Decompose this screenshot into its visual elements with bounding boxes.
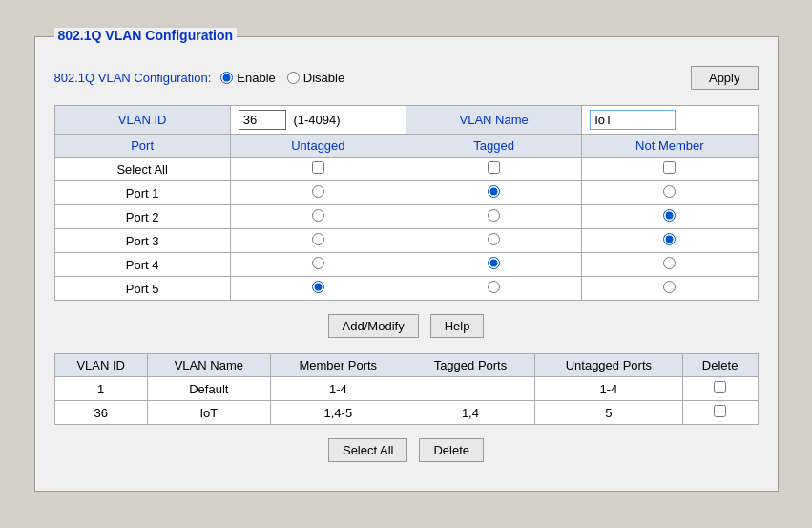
port-2-tagged <box>406 205 582 229</box>
untagged-header: Untagged <box>230 135 406 158</box>
port-3-not-member-radio[interactable] <box>663 233 676 245</box>
port-5-untagged-radio[interactable] <box>312 281 324 293</box>
port-5-tagged <box>406 277 582 301</box>
port-4-untagged-radio[interactable] <box>312 257 324 269</box>
port-3-tagged-radio[interactable] <box>488 233 500 245</box>
enable-disable-group: Enable Disable <box>220 71 344 85</box>
apply-button[interactable]: Apply <box>691 66 759 90</box>
port-5-row: Port 5 <box>54 277 758 301</box>
port-4-not-member-radio[interactable] <box>663 257 676 269</box>
disable-option[interactable]: Disable <box>287 71 344 85</box>
port-3-untagged-radio[interactable] <box>312 233 324 245</box>
port-1-untagged-radio[interactable] <box>312 185 324 198</box>
config-row: 802.1Q VLAN Configuration: Enable Disabl… <box>54 66 759 90</box>
row1-member-ports: 1-4 <box>270 377 406 401</box>
select-all-row: Select All <box>54 158 758 181</box>
row1-delete <box>682 377 758 401</box>
select-all-tagged <box>406 158 582 181</box>
bottom-buttons-row: Select All Delete <box>54 438 759 462</box>
port-4-label: Port 4 <box>54 253 230 277</box>
port-1-not-member-radio[interactable] <box>663 185 676 198</box>
select-all-button[interactable]: Select All <box>328 438 407 462</box>
list-vlan-name-header: VLAN Name <box>147 354 270 377</box>
port-1-row: Port 1 <box>54 181 758 205</box>
port-2-label: Port 2 <box>54 205 230 229</box>
tagged-header: Tagged <box>406 135 582 158</box>
row36-delete <box>682 401 758 425</box>
help-button[interactable]: Help <box>430 314 485 338</box>
port-1-tagged-radio[interactable] <box>488 185 500 198</box>
port-5-untagged <box>230 277 406 301</box>
port-2-tagged-radio[interactable] <box>488 209 500 222</box>
list-untagged-ports-header: Untagged Ports <box>534 354 682 377</box>
port-5-tagged-radio[interactable] <box>488 281 500 293</box>
row1-tagged-ports <box>406 377 534 401</box>
port-1-untagged <box>230 181 406 205</box>
list-vlan-id-header: VLAN ID <box>54 354 147 377</box>
main-panel: 802.1Q VLAN Configuration 802.1Q VLAN Co… <box>34 36 779 492</box>
port-3-untagged <box>230 229 406 253</box>
not-member-header: Not Member <box>582 135 758 158</box>
row36-vlan-name: IoT <box>147 401 270 425</box>
port-4-row: Port 4 <box>54 253 758 277</box>
vlan-id-cell: (1-4094) <box>230 106 406 135</box>
row1-vlan-id: 1 <box>54 377 147 401</box>
port-2-row: Port 2 <box>54 205 758 229</box>
vlan-name-header: VLAN Name <box>406 106 582 135</box>
port-1-tagged <box>406 181 582 205</box>
port-5-not-member <box>582 277 758 301</box>
enable-radio[interactable] <box>220 72 233 84</box>
port-2-not-member-radio[interactable] <box>663 209 676 222</box>
row36-delete-checkbox[interactable] <box>714 405 726 417</box>
disable-label: Disable <box>303 71 344 85</box>
vlan-row-1: 1 Default 1-4 1-4 <box>54 377 758 401</box>
port-4-tagged-radio[interactable] <box>488 257 500 269</box>
vlan-name-cell <box>582 106 758 135</box>
config-label: 802.1Q VLAN Configuration: <box>54 71 212 85</box>
enable-label: Enable <box>237 71 275 85</box>
port-2-untagged-radio[interactable] <box>312 209 324 222</box>
vlan-id-input[interactable] <box>239 110 286 130</box>
row36-tagged-ports: 1,4 <box>406 401 534 425</box>
port-4-untagged <box>230 253 406 277</box>
port-5-not-member-radio[interactable] <box>663 281 676 293</box>
vlan-row-36: 36 IoT 1,4-5 1,4 5 <box>54 401 758 425</box>
row1-untagged-ports: 1-4 <box>534 377 682 401</box>
port-3-label: Port 3 <box>54 229 230 253</box>
disable-radio[interactable] <box>287 72 300 84</box>
list-tagged-ports-header: Tagged Ports <box>406 354 534 377</box>
vlan-id-range: (1-4094) <box>293 113 340 127</box>
delete-button[interactable]: Delete <box>419 438 484 462</box>
enable-option[interactable]: Enable <box>220 71 275 85</box>
select-all-tagged-checkbox[interactable] <box>488 161 500 174</box>
select-all-not-member-checkbox[interactable] <box>663 161 676 174</box>
port-4-not-member <box>582 253 758 277</box>
port-1-label: Port 1 <box>54 181 230 205</box>
port-1-not-member <box>582 181 758 205</box>
vlan-list-header-row: VLAN ID VLAN Name Member Ports Tagged Po… <box>54 354 758 377</box>
action-buttons-row: Add/Modify Help <box>54 314 759 338</box>
row36-untagged-ports: 5 <box>534 401 682 425</box>
row1-vlan-name: Default <box>147 377 270 401</box>
list-member-ports-header: Member Ports <box>270 354 406 377</box>
port-header: Port <box>54 135 230 158</box>
port-3-row: Port 3 <box>54 229 758 253</box>
port-5-label: Port 5 <box>54 277 230 301</box>
select-all-untagged-checkbox[interactable] <box>312 161 324 174</box>
select-all-label: Select All <box>54 158 230 181</box>
vlan-list-table: VLAN ID VLAN Name Member Ports Tagged Po… <box>54 353 759 425</box>
port-3-not-member <box>582 229 758 253</box>
row36-member-ports: 1,4-5 <box>270 401 406 425</box>
vlan-id-header: VLAN ID <box>54 106 230 135</box>
port-2-not-member <box>582 205 758 229</box>
add-modify-button[interactable]: Add/Modify <box>328 314 419 338</box>
row36-vlan-id: 36 <box>54 401 147 425</box>
list-delete-header: Delete <box>682 354 758 377</box>
port-4-tagged <box>406 253 582 277</box>
row1-delete-checkbox[interactable] <box>714 381 726 393</box>
section-title: 802.1Q VLAN Configuration <box>54 28 238 43</box>
vlan-config-table: VLAN ID (1-4094) VLAN Name Port Untagged… <box>54 105 759 301</box>
port-3-tagged <box>406 229 582 253</box>
vlan-name-input[interactable] <box>590 110 676 130</box>
select-all-untagged <box>230 158 406 181</box>
